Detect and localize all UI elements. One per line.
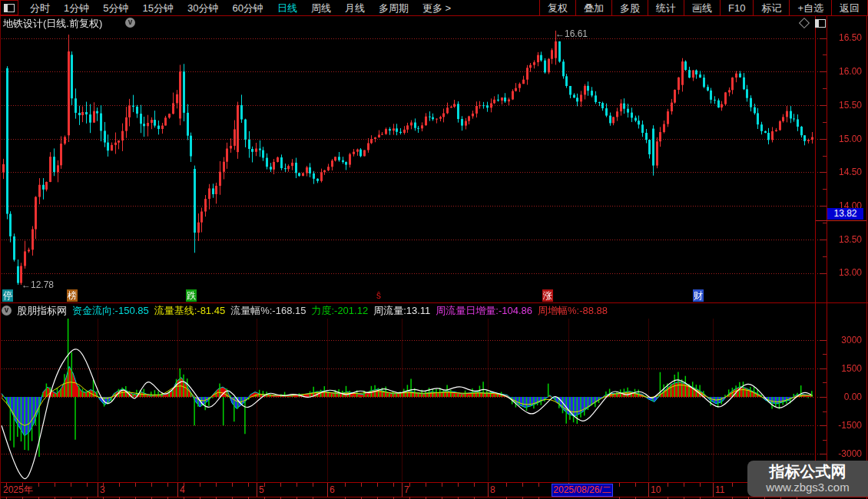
time-minor-tick [280, 483, 281, 487]
time-minor-tick [635, 483, 636, 487]
menu-item-period[interactable]: 月线 [338, 1, 372, 15]
month-label: 7 [404, 484, 409, 495]
current-price-line [816, 220, 866, 221]
menu-item-tool[interactable]: +自选 [789, 0, 831, 15]
menu-item-period[interactable]: 分时 [23, 1, 57, 15]
month-label: 6 [330, 484, 335, 495]
time-major-tick [177, 483, 178, 497]
indicator-axis-label: 1500 [828, 363, 862, 374]
time-minor-tick [426, 483, 426, 487]
price-axis-label: 15.00 [828, 134, 862, 144]
time-minor-tick [232, 483, 233, 487]
indicator-field: 力度:-201.12 [311, 304, 368, 318]
time-minor-tick [684, 483, 684, 487]
time-minor-tick [103, 483, 104, 487]
menu-item-tool[interactable]: F10 [720, 0, 753, 15]
menu-item-period[interactable]: 1分钟 [57, 1, 96, 15]
time-minor-tick [55, 483, 55, 487]
menu-item-period[interactable]: 30分钟 [181, 1, 225, 15]
month-label: 11 [715, 484, 724, 495]
price-axis-label: 15.50 [828, 100, 862, 111]
event-marker: 停 [2, 289, 13, 302]
indicator-axis-label: 3000 [828, 335, 862, 345]
indicator-axis-label: -1500 [828, 420, 862, 431]
stock-title: 地铁设计(日线.前复权) [3, 17, 102, 31]
time-minor-tick [216, 483, 217, 487]
time-minor-tick [668, 483, 668, 487]
low-annotation: ←12.78 [22, 279, 54, 290]
time-minor-tick [297, 483, 297, 487]
time-major-tick [257, 483, 257, 497]
chevron-down-icon[interactable]: v [125, 18, 135, 28]
panel-toggle-icon[interactable] [815, 19, 826, 28]
period-menu: 分时1分钟5分钟15分钟30分钟60分钟日线周线月线多周期更多 > [23, 0, 458, 15]
menu-item-period[interactable]: 更多 > [416, 1, 458, 15]
menu-item-period[interactable]: 日线 [270, 1, 304, 15]
main-chart-canvas[interactable] [0, 29, 868, 286]
menu-item-tool[interactable]: 复权 [539, 0, 575, 15]
indicator-header: v 股朋指标网 资金流向:-150.85流量基线:-81.45流量幅%:-168… [2, 304, 608, 317]
diamond-icon[interactable] [799, 18, 810, 28]
time-major-tick [327, 483, 328, 497]
time-minor-tick [200, 483, 200, 487]
menu-item-tool[interactable]: 叠加 [575, 0, 611, 15]
time-minor-tick [474, 483, 475, 487]
menu-item-period[interactable]: 15分钟 [135, 1, 180, 15]
price-axis-label: 14.50 [828, 167, 862, 177]
time-minor-tick [409, 483, 410, 487]
time-minor-tick [700, 483, 701, 487]
time-minor-tick [506, 483, 507, 487]
indicator-fields: 资金流向:-150.85流量基线:-81.45流量幅%:-168.15力度:-2… [72, 304, 608, 318]
event-marker: 跌 [186, 289, 197, 302]
time-minor-tick [135, 483, 136, 487]
menu-item-tool[interactable]: 统计 [648, 0, 684, 15]
menu-item-tool[interactable]: 画线 [684, 0, 720, 15]
tools-menu: 复权叠加多股统计画线F10标记+自选返回 [539, 0, 868, 15]
time-minor-tick [151, 483, 152, 487]
indicator-chevron-down-icon[interactable]: v [2, 306, 12, 316]
app-root: 分时1分钟5分钟15分钟30分钟60分钟日线周线月线多周期更多 > 复权叠加多股… [0, 0, 868, 499]
time-major-tick [488, 483, 489, 497]
time-minor-tick [345, 483, 346, 487]
menu-item-period[interactable]: 60分钟 [225, 1, 270, 15]
indicator-field: 流量幅%:-168.15 [230, 304, 306, 318]
time-minor-tick [619, 483, 620, 487]
time-minor-tick [361, 483, 362, 487]
month-label: 10 [651, 484, 661, 495]
price-axis-label: 16.50 [828, 32, 862, 43]
price-axis-label: 13.00 [828, 267, 862, 278]
indicator-canvas[interactable] [0, 319, 868, 481]
year-label: 2025年 [3, 484, 33, 495]
sell-signal-marker: ŝ [373, 289, 384, 302]
menu-item-period[interactable]: 周线 [304, 1, 338, 15]
time-minor-tick [458, 483, 459, 487]
month-label: 5 [259, 484, 264, 495]
time-axis: 2025年 2025/08/26/二 3456781011 [0, 482, 868, 497]
menu-item-period[interactable]: 5分钟 [96, 1, 135, 15]
month-label: 8 [490, 484, 495, 495]
menu-item-tool[interactable]: 多股 [611, 0, 648, 15]
time-minor-tick [393, 483, 394, 487]
indicator-axis-label: -3000 [828, 448, 862, 459]
time-minor-tick [87, 483, 88, 487]
indicator-field: 流量基线:-81.45 [154, 304, 225, 318]
time-minor-tick [6, 483, 7, 487]
time-major-tick [98, 483, 98, 497]
time-minor-tick [538, 483, 539, 487]
time-minor-tick [71, 483, 71, 487]
time-major-tick [713, 483, 714, 497]
current-price-badge: 13.82 [827, 208, 863, 220]
watermark-url: www.zbgs3.com [766, 481, 849, 494]
menu-item-tool[interactable]: 返回 [831, 0, 867, 15]
price-axis-label: 13.50 [828, 234, 862, 245]
high-annotation: ←16.61 [555, 28, 588, 39]
indicator-field: 资金流向:-150.85 [72, 304, 149, 318]
layout-icon-button[interactable] [0, 0, 18, 15]
time-minor-tick [732, 483, 733, 487]
menu-item-period[interactable]: 多周期 [372, 1, 416, 15]
menu-item-tool[interactable]: 标记 [753, 0, 789, 15]
time-minor-tick [184, 483, 184, 487]
time-minor-tick [119, 483, 120, 487]
time-minor-tick [442, 483, 442, 487]
title-bar: 地铁设计(日线.前复权) v [0, 16, 868, 29]
